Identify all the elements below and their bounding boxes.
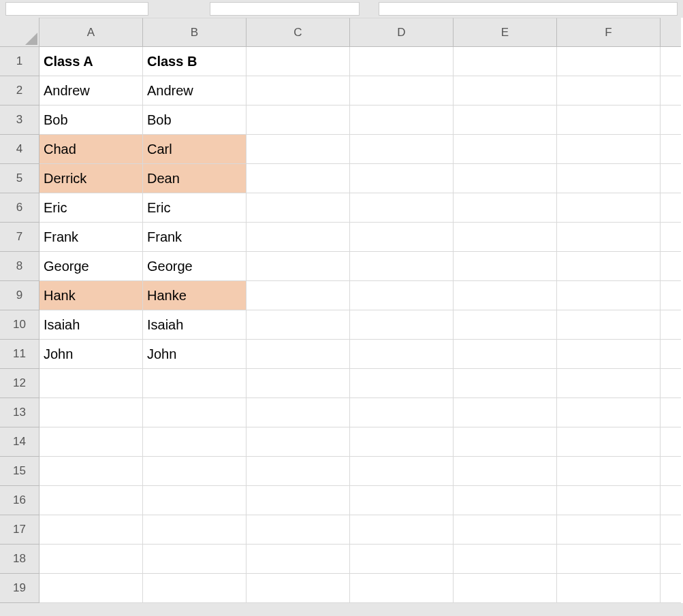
- cell-B15[interactable]: [143, 457, 247, 486]
- cell-B14[interactable]: [143, 427, 247, 457]
- cell-F18[interactable]: [557, 545, 661, 574]
- cell-C11[interactable]: [247, 340, 350, 369]
- cell-C18[interactable]: [247, 545, 350, 574]
- cell-D11[interactable]: [350, 340, 454, 369]
- cell-A4[interactable]: Chad: [39, 135, 143, 164]
- cell-D13[interactable]: [350, 398, 454, 427]
- cell-D15[interactable]: [350, 457, 454, 486]
- cell-D7[interactable]: [350, 223, 454, 252]
- cell-F4[interactable]: [557, 135, 661, 164]
- row-header-4[interactable]: 4: [0, 135, 39, 164]
- row-header-6[interactable]: 6: [0, 193, 39, 223]
- cell-B1[interactable]: Class B: [143, 47, 247, 76]
- row-header-1[interactable]: 1: [0, 47, 39, 76]
- cell-F1[interactable]: [557, 47, 661, 76]
- row-header-15[interactable]: 15: [0, 457, 39, 486]
- cell-A2[interactable]: Andrew: [39, 76, 143, 106]
- cell-B18[interactable]: [143, 545, 247, 574]
- cell-F13[interactable]: [557, 398, 661, 427]
- cell-C2[interactable]: [247, 76, 350, 106]
- cell-A3[interactable]: Bob: [39, 106, 143, 135]
- formula-mid-box[interactable]: [210, 2, 360, 16]
- cell-E5[interactable]: [454, 164, 557, 193]
- cell-D12[interactable]: [350, 369, 454, 398]
- cell-E15[interactable]: [454, 457, 557, 486]
- cell-D17[interactable]: [350, 515, 454, 545]
- row-header-11[interactable]: 11: [0, 340, 39, 369]
- cell-D4[interactable]: [350, 135, 454, 164]
- cell-E4[interactable]: [454, 135, 557, 164]
- cell-F8[interactable]: [557, 252, 661, 281]
- column-header-A[interactable]: A: [39, 18, 143, 47]
- row-header-10[interactable]: 10: [0, 310, 39, 340]
- cell-E3[interactable]: [454, 106, 557, 135]
- cell-D9[interactable]: [350, 281, 454, 310]
- column-header-F[interactable]: F: [557, 18, 661, 47]
- cell-B17[interactable]: [143, 515, 247, 545]
- cell-F6[interactable]: [557, 193, 661, 223]
- cell-A12[interactable]: [39, 369, 143, 398]
- row-header-17[interactable]: 17: [0, 515, 39, 545]
- cell-D3[interactable]: [350, 106, 454, 135]
- cell-F11[interactable]: [557, 340, 661, 369]
- column-header-B[interactable]: B: [143, 18, 247, 47]
- select-all-corner[interactable]: [0, 18, 39, 47]
- cell-E1[interactable]: [454, 47, 557, 76]
- cell-E6[interactable]: [454, 193, 557, 223]
- cell-A9[interactable]: Hank: [39, 281, 143, 310]
- cell-C14[interactable]: [247, 427, 350, 457]
- cell-C19[interactable]: [247, 574, 350, 603]
- cell-B13[interactable]: [143, 398, 247, 427]
- cell-F9[interactable]: [557, 281, 661, 310]
- row-header-19[interactable]: 19: [0, 574, 39, 603]
- row-header-8[interactable]: 8: [0, 252, 39, 281]
- cell-B16[interactable]: [143, 486, 247, 515]
- cell-E8[interactable]: [454, 252, 557, 281]
- cell-C3[interactable]: [247, 106, 350, 135]
- cell-C16[interactable]: [247, 486, 350, 515]
- cell-C6[interactable]: [247, 193, 350, 223]
- cell-F19[interactable]: [557, 574, 661, 603]
- cell-D14[interactable]: [350, 427, 454, 457]
- cell-C13[interactable]: [247, 398, 350, 427]
- cell-A14[interactable]: [39, 427, 143, 457]
- cell-C12[interactable]: [247, 369, 350, 398]
- cell-D18[interactable]: [350, 545, 454, 574]
- cell-E16[interactable]: [454, 486, 557, 515]
- column-header-D[interactable]: D: [350, 18, 454, 47]
- cell-C8[interactable]: [247, 252, 350, 281]
- row-header-5[interactable]: 5: [0, 164, 39, 193]
- cell-D5[interactable]: [350, 164, 454, 193]
- cell-F17[interactable]: [557, 515, 661, 545]
- cell-F7[interactable]: [557, 223, 661, 252]
- cell-E10[interactable]: [454, 310, 557, 340]
- cell-E13[interactable]: [454, 398, 557, 427]
- cell-A19[interactable]: [39, 574, 143, 603]
- cell-F5[interactable]: [557, 164, 661, 193]
- cell-C1[interactable]: [247, 47, 350, 76]
- cell-A10[interactable]: Isaiah: [39, 310, 143, 340]
- cell-B5[interactable]: Dean: [143, 164, 247, 193]
- cell-A11[interactable]: John: [39, 340, 143, 369]
- cell-A5[interactable]: Derrick: [39, 164, 143, 193]
- cell-F12[interactable]: [557, 369, 661, 398]
- cell-F14[interactable]: [557, 427, 661, 457]
- cell-E19[interactable]: [454, 574, 557, 603]
- cell-C7[interactable]: [247, 223, 350, 252]
- cell-A6[interactable]: Eric: [39, 193, 143, 223]
- row-header-7[interactable]: 7: [0, 223, 39, 252]
- cell-B19[interactable]: [143, 574, 247, 603]
- cell-F10[interactable]: [557, 310, 661, 340]
- cell-B3[interactable]: Bob: [143, 106, 247, 135]
- column-header-C[interactable]: C: [247, 18, 350, 47]
- cell-A16[interactable]: [39, 486, 143, 515]
- cell-B9[interactable]: Hanke: [143, 281, 247, 310]
- cell-B11[interactable]: John: [143, 340, 247, 369]
- row-header-18[interactable]: 18: [0, 545, 39, 574]
- cell-D2[interactable]: [350, 76, 454, 106]
- row-header-2[interactable]: 2: [0, 76, 39, 106]
- cell-C5[interactable]: [247, 164, 350, 193]
- cell-B12[interactable]: [143, 369, 247, 398]
- cell-F15[interactable]: [557, 457, 661, 486]
- cell-E9[interactable]: [454, 281, 557, 310]
